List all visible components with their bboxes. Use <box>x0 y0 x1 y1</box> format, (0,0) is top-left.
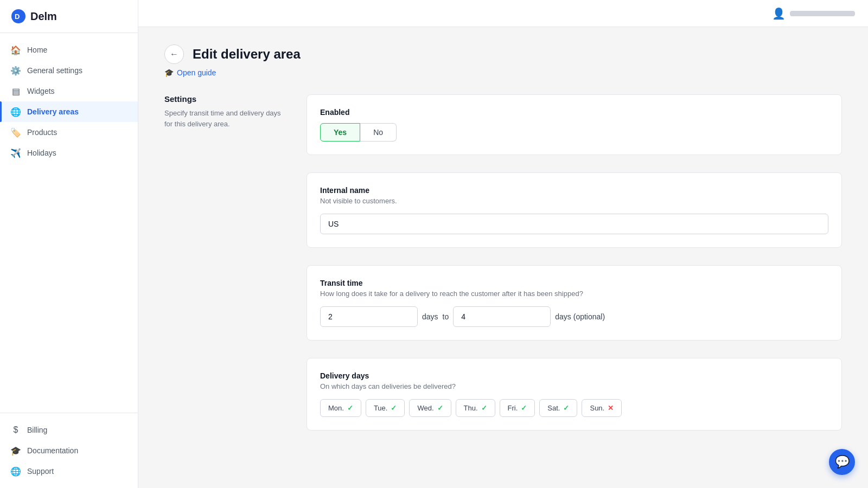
sidebar-item-label-widgets: Widgets <box>27 87 55 95</box>
delivery-days-label: Delivery days <box>320 371 828 380</box>
sidebar-item-home[interactable]: 🏠 Home <box>0 40 138 60</box>
enabled-toggle-group: Yes No <box>320 123 828 142</box>
delm-logo-icon: D <box>11 9 26 24</box>
user-avatar-icon: 👤 <box>772 7 786 20</box>
day-label-sat: Sat. <box>547 404 560 412</box>
sidebar-item-general-settings[interactable]: ⚙️ General settings <box>0 60 138 81</box>
day-label-mon: Mon. <box>328 404 344 412</box>
sidebar-nav-bottom: $ Billing 🎓 Documentation 🌐 Support <box>0 413 138 488</box>
svg-text:D: D <box>15 12 20 21</box>
transit-max-input[interactable] <box>453 306 551 327</box>
delivery-day-fri-button[interactable]: Fri.✓ <box>500 399 535 417</box>
day-label-sun: Sun. <box>590 404 604 412</box>
sidebar-item-delivery-areas[interactable]: 🌐 Delivery areas <box>0 101 138 122</box>
sidebar-item-label-billing: Billing <box>27 426 47 434</box>
main-content: 👤 ← Edit delivery area 🎓 Open guide Sett… <box>138 0 868 488</box>
settings-description: Specify transit time and delivery days f… <box>164 108 289 129</box>
general-settings-icon: ⚙️ <box>11 66 21 75</box>
day-check-thu: ✓ <box>481 404 487 412</box>
delivery-day-tue-button[interactable]: Tue.✓ <box>366 399 405 417</box>
enabled-no-button[interactable]: No <box>360 123 397 142</box>
page-header: ← Edit delivery area <box>164 44 842 64</box>
chat-bubble[interactable]: 💬 <box>829 449 855 475</box>
internal-name-sub: Not visible to customers. <box>320 197 828 205</box>
transit-time-sub: How long does it take for a delivery to … <box>320 290 828 298</box>
documentation-icon: 🎓 <box>11 446 21 455</box>
support-icon: 🌐 <box>11 466 21 476</box>
back-button[interactable]: ← <box>164 44 184 64</box>
delivery-days-card: Delivery days On which days can deliveri… <box>307 358 842 431</box>
sidebar-item-label-holidays: Holidays <box>27 149 56 157</box>
transit-days-label: days <box>422 312 438 321</box>
sidebar-logo-text: Delm <box>30 10 57 23</box>
settings-label: Settings Specify transit time and delive… <box>164 94 289 129</box>
settings-group: Settings Specify transit time and delive… <box>164 94 842 439</box>
transit-time-row: days to days (optional) <box>320 306 828 327</box>
sidebar-nav: 🏠 Home ⚙️ General settings ▤ Widgets 🌐 D… <box>0 33 138 413</box>
open-guide-link[interactable]: 🎓 Open guide <box>164 68 842 77</box>
enabled-card: Enabled Yes No <box>307 94 842 155</box>
topbar-user: 👤 <box>772 7 855 20</box>
sidebar-item-documentation[interactable]: 🎓 Documentation <box>0 440 138 461</box>
enabled-yes-button[interactable]: Yes <box>320 123 360 142</box>
sidebar: D Delm 🏠 Home ⚙️ General settings ▤ Widg… <box>0 0 138 488</box>
settings-sections: Settings Specify transit time and delive… <box>164 94 842 448</box>
delivery-days-grid: Mon.✓Tue.✓Wed.✓Thu.✓Fri.✓Sat.✓Sun.✕ <box>320 399 828 417</box>
day-label-wed: Wed. <box>417 404 433 412</box>
transit-to-label: to <box>443 312 449 321</box>
topbar: 👤 <box>138 0 868 27</box>
sidebar-item-billing[interactable]: $ Billing <box>0 420 138 440</box>
sidebar-item-support[interactable]: 🌐 Support <box>0 461 138 481</box>
internal-name-label: Internal name <box>320 186 828 195</box>
sidebar-item-label-documentation: Documentation <box>27 446 78 455</box>
day-check-tue: ✓ <box>391 404 397 412</box>
chat-icon: 💬 <box>835 455 850 469</box>
delivery-areas-icon: 🌐 <box>11 107 21 117</box>
delivery-day-sat-button[interactable]: Sat.✓ <box>539 399 577 417</box>
sidebar-item-label-general-settings: General settings <box>27 66 82 75</box>
transit-min-input[interactable] <box>320 306 418 327</box>
sidebar-item-label-products: Products <box>27 128 57 137</box>
user-name-placeholder <box>790 11 855 16</box>
delivery-day-mon-button[interactable]: Mon.✓ <box>320 399 361 417</box>
enabled-label: Enabled <box>320 108 828 117</box>
page-title: Edit delivery area <box>193 47 301 62</box>
transit-time-card: Transit time How long does it take for a… <box>307 265 842 341</box>
sidebar-item-holidays[interactable]: ✈️ Holidays <box>0 143 138 163</box>
day-check-wed: ✓ <box>437 404 443 412</box>
sidebar-logo: D Delm <box>0 0 138 33</box>
day-check-sat: ✓ <box>563 404 569 412</box>
sidebar-item-label-support: Support <box>27 467 54 476</box>
delivery-day-thu-button[interactable]: Thu.✓ <box>456 399 495 417</box>
internal-name-input[interactable] <box>320 214 828 234</box>
sidebar-item-widgets[interactable]: ▤ Widgets <box>0 81 138 101</box>
day-check-fri: ✓ <box>521 404 527 412</box>
day-label-fri: Fri. <box>508 404 518 412</box>
guide-link-text: Open guide <box>177 68 216 77</box>
delivery-day-wed-button[interactable]: Wed.✓ <box>409 399 451 417</box>
sidebar-item-label-delivery-areas: Delivery areas <box>27 107 79 116</box>
delivery-days-sub: On which days can deliveries be delivere… <box>320 382 828 390</box>
transit-optional-label: days (optional) <box>555 312 605 321</box>
holidays-icon: ✈️ <box>11 148 21 158</box>
billing-icon: $ <box>11 425 21 435</box>
day-label-tue: Tue. <box>374 404 388 412</box>
sidebar-item-products[interactable]: 🏷️ Products <box>0 122 138 143</box>
widgets-icon: ▤ <box>11 86 21 96</box>
transit-time-label: Transit time <box>320 279 828 287</box>
guide-icon: 🎓 <box>164 68 174 77</box>
home-icon: 🏠 <box>11 45 21 55</box>
internal-name-card: Internal name Not visible to customers. <box>307 172 842 248</box>
day-check-mon: ✓ <box>347 404 353 412</box>
products-icon: 🏷️ <box>11 127 21 137</box>
day-x-sun: ✕ <box>608 404 614 412</box>
sidebar-item-label-home: Home <box>27 46 47 54</box>
delivery-day-sun-button[interactable]: Sun.✕ <box>582 399 622 417</box>
settings-heading: Settings <box>164 94 289 104</box>
page-content: ← Edit delivery area 🎓 Open guide Settin… <box>138 27 868 488</box>
day-label-thu: Thu. <box>464 404 478 412</box>
